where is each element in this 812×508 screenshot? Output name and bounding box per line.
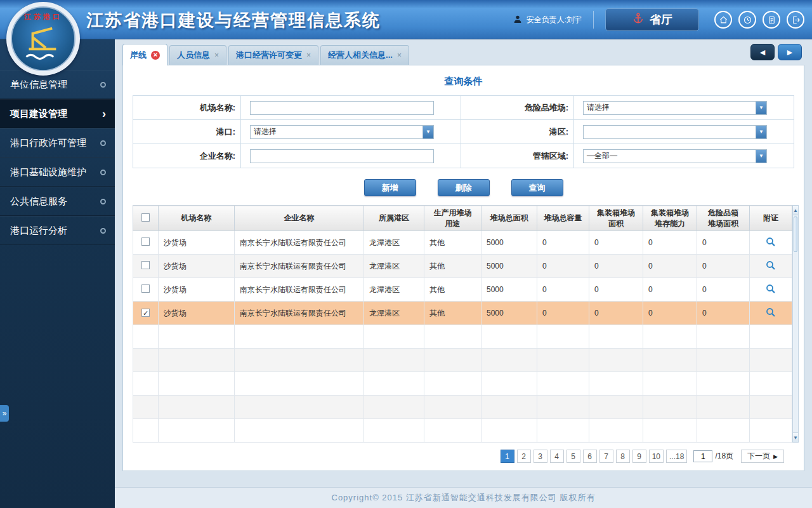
hazard-yard-select[interactable]: 请选择 ▼ xyxy=(583,101,767,115)
airport-name-input[interactable] xyxy=(250,101,434,115)
query-form: 机场名称: 危险品堆场: 请选择 ▼ 港口: 请选择 xyxy=(133,95,794,168)
field-label: 港口: xyxy=(133,120,241,144)
table-row[interactable]: 沙货场 南京长宁水陆联运有限责任公司 龙潭港区 其他 5000 0 0 0 0 xyxy=(133,278,792,302)
circle-indicator-icon xyxy=(100,82,106,88)
port-select[interactable]: 请选择 ▼ xyxy=(250,125,434,139)
close-tab-icon[interactable]: × xyxy=(306,51,311,60)
page-button[interactable]: 8 xyxy=(616,450,630,463)
add-button[interactable]: 新增 xyxy=(364,179,416,196)
row-checkbox[interactable] xyxy=(141,284,150,293)
tab-license-change[interactable]: 港口经营许可变更 × xyxy=(228,45,318,65)
column-header: 生产用堆场 用途 xyxy=(424,206,481,231)
column-header: 企业名称 xyxy=(235,206,364,231)
empty-row xyxy=(133,396,792,419)
scroll-down-icon[interactable]: ▼ xyxy=(793,432,798,442)
jurisdiction-select[interactable]: —全部— ▼ xyxy=(583,149,767,163)
sidebar-item-label: 单位信息管理 xyxy=(10,79,67,91)
circle-indicator-icon xyxy=(100,140,106,146)
field-label: 危险品堆场: xyxy=(461,96,574,120)
nav-back-button[interactable]: ◀ xyxy=(750,44,775,60)
nav-forward-button[interactable]: ▶ xyxy=(778,44,802,60)
page-button[interactable]: 4 xyxy=(550,450,564,463)
page-button[interactable]: 3 xyxy=(534,450,547,463)
copyright-text: Copyright© 2015 江苏省新通智能交通科技发展有限公司 版权所有 xyxy=(332,492,596,504)
results-table: 机场名称 企业名称 所属港区 生产用堆场 用途 堆场总面积 堆场总容量 集装箱堆… xyxy=(133,205,792,443)
table-header-row: 机场名称 企业名称 所属港区 生产用堆场 用途 堆场总面积 堆场总容量 集装箱堆… xyxy=(133,206,792,231)
clock-icon[interactable] xyxy=(738,11,756,29)
header-divider xyxy=(593,11,594,29)
page-button[interactable]: 1 xyxy=(501,450,514,463)
table-row[interactable]: 沙货场 南京长宁水陆联运有限责任公司 龙潭港区 其他 5000 0 0 0 0 xyxy=(133,231,792,255)
page-button[interactable]: 5 xyxy=(566,450,580,463)
delete-button[interactable]: 删除 xyxy=(438,179,490,196)
tab-personnel[interactable]: 人员信息 × xyxy=(169,45,226,65)
page-button-ellipsis[interactable]: ...18 xyxy=(666,450,687,463)
app-header: 江苏省港口建设与经营管理信息系统 安全负责人:刘宇 省厅 xyxy=(0,0,812,39)
column-header: 危险品箱 堆场面积 xyxy=(697,206,750,231)
document-icon[interactable] xyxy=(763,11,780,29)
magnifier-icon[interactable] xyxy=(765,241,776,250)
query-panel-title: 查询条件 xyxy=(133,73,794,95)
page-button[interactable]: 6 xyxy=(583,450,597,463)
column-header: 集装箱堆场 面积 xyxy=(589,206,643,231)
tab-shoreline[interactable]: 岸线 × xyxy=(122,44,167,65)
dropdown-arrow-icon[interactable]: ▼ xyxy=(756,126,766,138)
footer: Copyright© 2015 江苏省新通智能交通科技发展有限公司 版权所有 xyxy=(115,487,812,508)
tab-operator-info[interactable]: 经营人相关信息... × xyxy=(320,45,409,65)
page-button[interactable]: 2 xyxy=(517,450,531,463)
search-button[interactable]: 查询 xyxy=(511,179,563,196)
magnifier-icon[interactable] xyxy=(765,311,776,320)
scrollbar-thumb[interactable] xyxy=(794,217,797,252)
dropdown-arrow-icon[interactable]: ▼ xyxy=(756,150,766,163)
province-button[interactable]: 省厅 xyxy=(605,8,699,31)
table-scrollbar[interactable]: ▲ ▼ xyxy=(792,205,799,443)
table-row[interactable]: 沙货场 南京长宁水陆联运有限责任公司 龙潭港区 其他 5000 0 0 0 0 xyxy=(133,255,792,278)
dropdown-arrow-icon[interactable]: ▼ xyxy=(422,126,433,138)
row-checkbox-checked[interactable]: ✓ xyxy=(141,309,150,317)
magnifier-icon[interactable] xyxy=(765,288,776,297)
sidebar-item-port-infrastructure[interactable]: 港口基础设施维护 xyxy=(0,157,115,187)
page-button[interactable]: 7 xyxy=(599,450,613,463)
column-header: 附证 xyxy=(750,206,792,231)
sidebar-item-port-admin-license[interactable]: 港口行政许可管理 xyxy=(0,128,115,157)
row-checkbox[interactable] xyxy=(141,237,150,246)
field-label: 企业名称: xyxy=(133,144,241,168)
sidebar-item-public-info[interactable]: 公共信息服务 xyxy=(0,187,115,216)
select-all-checkbox[interactable] xyxy=(141,213,150,222)
field-label: 机场名称: xyxy=(133,96,241,120)
sidebar-item-label: 项目建设管理 xyxy=(10,108,67,120)
dropdown-arrow-icon[interactable]: ▼ xyxy=(756,102,766,114)
next-page-button[interactable]: 下一页 ▶ xyxy=(741,450,784,463)
field-label: 港区: xyxy=(461,120,574,144)
close-tab-icon[interactable]: × xyxy=(151,51,160,60)
scroll-up-icon[interactable]: ▲ xyxy=(793,206,798,215)
content-panel: 查询条件 机场名称: 危险品堆场: 请选择 ▼ 港口: xyxy=(122,65,804,471)
page-button[interactable]: 9 xyxy=(632,450,646,463)
close-tab-icon[interactable]: × xyxy=(397,51,402,60)
port-area-select[interactable]: ▼ xyxy=(583,125,767,139)
page-total-label: /18页 xyxy=(715,451,733,462)
sidebar-item-label: 港口行政许可管理 xyxy=(10,137,86,149)
sidebar-item-unit-info[interactable]: 单位信息管理 xyxy=(0,70,115,99)
close-tab-icon[interactable]: × xyxy=(214,51,219,60)
row-checkbox[interactable] xyxy=(141,261,150,269)
sidebar-collapse-toggle[interactable]: » xyxy=(0,405,9,422)
empty-row xyxy=(133,325,792,349)
page-input[interactable] xyxy=(693,450,712,462)
tab-bar: 岸线 × 人员信息 × 港口经营许可变更 × 经营人相关信息... × xyxy=(122,39,411,65)
empty-row xyxy=(133,349,792,372)
user-info: 安全负责人:刘宇 xyxy=(513,14,582,26)
magnifier-icon[interactable] xyxy=(765,264,776,273)
results-table-area: 机场名称 企业名称 所属港区 生产用堆场 用途 堆场总面积 堆场总容量 集装箱堆… xyxy=(133,205,794,443)
home-icon[interactable] xyxy=(714,11,732,29)
enterprise-name-input[interactable] xyxy=(250,149,434,163)
field-label: 管辖区域: xyxy=(461,144,574,168)
province-button-label: 省厅 xyxy=(650,12,672,27)
column-header: 集装箱堆场 堆存能力 xyxy=(643,206,697,231)
table-row-selected[interactable]: ✓ 沙货场 南京长宁水陆联运有限责任公司 龙潭港区 其他 5000 0 0 0 … xyxy=(133,302,792,325)
sidebar-item-port-analysis[interactable]: 港口运行分析 xyxy=(0,216,115,245)
sidebar-item-project-construction[interactable]: 项目建设管理 › xyxy=(0,99,115,128)
logout-icon[interactable] xyxy=(787,11,804,29)
page-button[interactable]: 10 xyxy=(649,450,664,463)
column-header: 堆场总面积 xyxy=(481,206,537,231)
